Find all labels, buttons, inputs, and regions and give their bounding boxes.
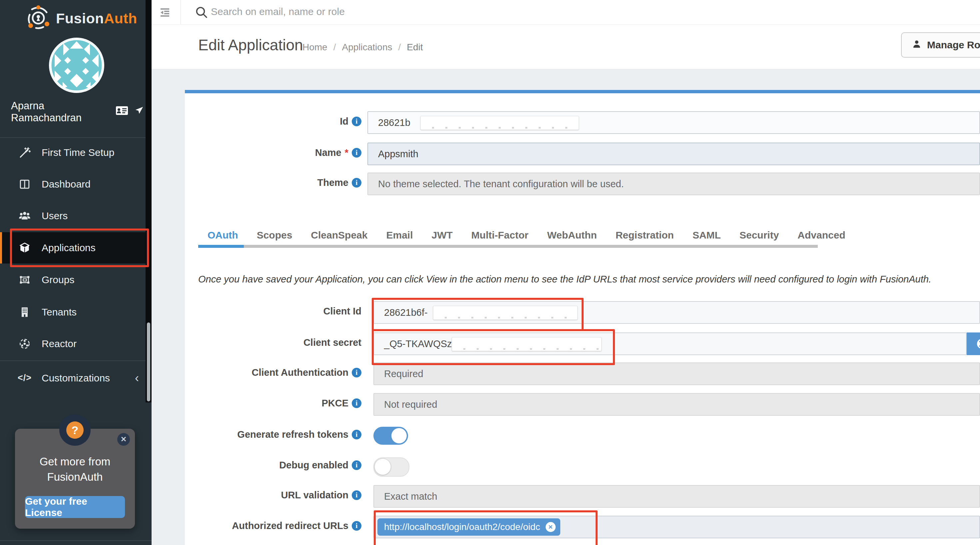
theme-select[interactable]: No theme selected. The tenant configurat…	[368, 172, 980, 195]
tab-webauthn[interactable]: WebAuthn	[538, 228, 606, 242]
tab-scopes[interactable]: Scopes	[248, 228, 302, 242]
client-authentication-label: Client Authenticationi	[175, 367, 361, 378]
client-authentication-select[interactable]: Required	[374, 362, 980, 385]
collapse-sidebar-icon[interactable]	[159, 6, 171, 19]
dashboard-columns-icon	[18, 178, 31, 191]
sidebar-item-dashboard[interactable]: Dashboard	[0, 168, 146, 200]
pkce-label: PKCEi	[175, 398, 361, 409]
sidebar-item-first-time-setup[interactable]: First Time Setup	[0, 137, 146, 168]
tab-oauth[interactable]: OAuth	[198, 228, 248, 242]
locale-send-icon[interactable]	[134, 105, 144, 118]
info-icon[interactable]: i	[352, 490, 361, 500]
brand[interactable]: FusionAuth	[26, 5, 137, 31]
remove-chip-icon[interactable]: ✕	[546, 522, 555, 532]
id-label: Idi	[175, 116, 361, 127]
debug-enabled-toggle[interactable]	[374, 457, 409, 477]
tab-multi-factor[interactable]: Multi-Factor	[462, 228, 538, 242]
debug-enabled-label: Debug enabledi	[175, 460, 361, 471]
sidebar-item-tenants[interactable]: Tenants	[0, 296, 146, 328]
magic-wand-icon	[18, 146, 31, 159]
sidebar-item-customizations[interactable]: </> Customizations ‹	[0, 362, 146, 394]
client-secret-label: Client secret	[175, 337, 361, 348]
manage-roles-button[interactable]: Manage Roles	[901, 32, 980, 57]
active-item-accent	[0, 232, 2, 263]
name-input[interactable]: Appsmith	[368, 143, 980, 165]
code-icon: </>	[18, 372, 31, 384]
tab-security[interactable]: Security	[730, 228, 788, 242]
breadcrumb-edit: Edit	[407, 42, 423, 53]
tab-active-underline	[198, 245, 244, 248]
close-icon: ✕	[121, 435, 127, 444]
info-icon[interactable]: i	[352, 461, 361, 470]
search-icon[interactable]	[194, 5, 208, 21]
tab-advanced[interactable]: Advanced	[788, 228, 854, 242]
sidebar-item-label: Dashboard	[41, 178, 91, 190]
sidebar-item-applications[interactable]: Applications	[0, 232, 146, 263]
sidebar-item-label: Tenants	[41, 306, 76, 318]
generate-refresh-tokens-toggle[interactable]	[374, 427, 408, 445]
sidebar-item-label: Reactor	[41, 338, 76, 349]
brand-name: FusionAuth	[56, 10, 137, 27]
tab-jwt[interactable]: JWT	[422, 228, 462, 242]
url-validation-select[interactable]: Exact match	[374, 485, 980, 508]
info-icon[interactable]: i	[352, 148, 361, 158]
tab-email[interactable]: Email	[377, 228, 422, 242]
chevron-left-icon: ‹	[135, 375, 139, 381]
breadcrumb-home[interactable]: Home	[302, 42, 328, 53]
tab-cleanspeak[interactable]: CleanSpeak	[301, 228, 377, 242]
tab-registration[interactable]: Registration	[606, 228, 683, 242]
pkce-select[interactable]: Not required	[374, 393, 980, 416]
promo-title-line2: FusionAuth	[15, 469, 135, 485]
sidebar: FusionAuth Aparna	[0, 0, 151, 545]
info-icon[interactable]: i	[352, 116, 361, 126]
name-label: Name*i	[175, 147, 361, 158]
sidebar-item-groups[interactable]: Groups	[0, 264, 146, 295]
sidebar-item-users[interactable]: Users	[0, 200, 146, 231]
authorized-redirect-urls-label: Authorized redirect URLsi	[175, 520, 361, 531]
breadcrumb-applications[interactable]: Applications	[342, 42, 392, 53]
sidebar-item-reactor[interactable]: Reactor	[0, 328, 146, 359]
user-row[interactable]: Aparna Ramachandran	[11, 100, 144, 124]
url-validation-label: URL validationi	[175, 490, 361, 501]
client-id-label: Client Id	[175, 306, 361, 317]
promo-close-button[interactable]: ✕	[117, 433, 130, 446]
generate-refresh-tokens-label: Generate refresh tokensi	[175, 429, 361, 440]
tab-saml[interactable]: SAML	[683, 228, 730, 242]
contact-card-icon[interactable]	[116, 105, 128, 118]
building-icon	[18, 306, 31, 319]
promo-title-line1: Get more from	[15, 454, 135, 469]
page-title: Edit Application	[198, 36, 303, 54]
theme-label: Themei	[175, 177, 361, 188]
breadcrumb-separator: /	[333, 42, 336, 53]
get-free-license-button[interactable]: Get your free License	[25, 496, 125, 518]
sidebar-item-label: Users	[41, 210, 68, 222]
redaction-overlay	[452, 337, 601, 351]
user-avatar[interactable]	[49, 38, 104, 93]
sidebar-item-label: Applications	[41, 242, 95, 253]
breadcrumb: Home / Applications / Edit	[302, 42, 423, 53]
sidebar-scrollbar-thumb[interactable]	[147, 322, 150, 402]
question-mark-icon: ?	[66, 421, 84, 439]
tab-underline-track	[198, 245, 818, 248]
sidebar-item-label: Customizations	[41, 373, 110, 384]
info-icon[interactable]: i	[352, 430, 361, 440]
tab-bar: OAuth Scopes CleanSpeak Email JWT Multi-…	[198, 228, 855, 242]
person-icon	[912, 39, 922, 51]
fusionauth-logo-icon	[26, 5, 51, 31]
redaction-overlay	[420, 116, 579, 130]
info-icon[interactable]: i	[352, 521, 361, 531]
regenerate-secret-button[interactable]	[967, 333, 980, 355]
info-icon[interactable]: i	[352, 398, 361, 408]
help-badge[interactable]: ?	[59, 414, 91, 446]
breadcrumb-separator: /	[398, 42, 401, 53]
manage-roles-label: Manage Roles	[927, 39, 980, 51]
sidebar-item-label: Groups	[41, 274, 74, 285]
cube-icon	[18, 242, 31, 254]
reactor-icon	[18, 338, 31, 350]
users-icon	[18, 210, 31, 222]
redirect-url-chip[interactable]: http://localhost/login/oauth2/code/oidc …	[377, 518, 560, 535]
info-icon[interactable]: i	[352, 368, 361, 378]
object-group-icon	[18, 274, 31, 286]
search-input[interactable]: Search on email, name or role	[211, 6, 345, 18]
info-icon[interactable]: i	[352, 178, 361, 188]
